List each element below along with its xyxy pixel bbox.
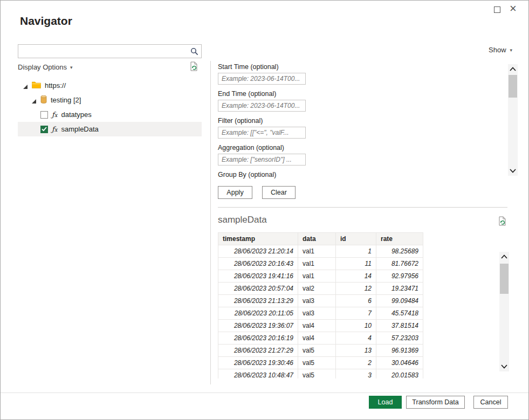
tree-item-sampledata[interactable]: ƒx sampleData bbox=[18, 122, 202, 136]
function-icon: ƒx bbox=[52, 111, 57, 119]
cell-timestamp: 28/06/2023 21:13:29 bbox=[218, 295, 298, 307]
cell-rate: 37.81514 bbox=[376, 320, 423, 332]
cell-id: 14 bbox=[336, 270, 376, 283]
refresh-preview-icon[interactable] bbox=[189, 61, 198, 73]
close-icon[interactable]: × bbox=[510, 3, 517, 15]
clear-button[interactable]: Clear bbox=[262, 186, 296, 199]
cell-id: 4 bbox=[336, 332, 376, 345]
cell-data: val5 bbox=[298, 345, 336, 357]
cell-rate: 98.25689 bbox=[376, 245, 423, 258]
function-icon: ƒx bbox=[52, 125, 57, 133]
tree-item-testing[interactable]: testing [2] bbox=[18, 93, 202, 107]
cell-rate: 81.76672 bbox=[376, 258, 423, 270]
transform-data-button[interactable]: Transform Data bbox=[406, 396, 465, 409]
cell-rate: 30.04646 bbox=[376, 357, 423, 369]
cell-data: val3 bbox=[298, 307, 336, 320]
scroll-up-icon[interactable] bbox=[499, 252, 509, 261]
cell-timestamp: 28/06/2023 21:27:29 bbox=[218, 345, 298, 357]
column-header-timestamp[interactable]: timestamp bbox=[218, 233, 298, 245]
cell-timestamp: 28/06/2023 19:36:07 bbox=[218, 320, 298, 332]
chevron-down-icon: ▾ bbox=[70, 65, 73, 70]
checkbox-datatypes[interactable] bbox=[40, 111, 48, 119]
cell-rate: 20.01583 bbox=[376, 369, 423, 379]
column-header-id[interactable]: id bbox=[336, 233, 376, 245]
cancel-button[interactable]: Cancel bbox=[473, 396, 508, 409]
display-options-dropdown[interactable]: Display Options ▾ bbox=[18, 63, 73, 71]
cell-data: val4 bbox=[298, 320, 336, 332]
cell-id: 13 bbox=[336, 345, 376, 357]
cell-id: 7 bbox=[336, 307, 376, 320]
checkbox-sampledata[interactable] bbox=[40, 126, 48, 133]
cell-timestamp: 28/06/2023 19:30:46 bbox=[218, 357, 298, 369]
scrollbar-thumb[interactable] bbox=[500, 264, 509, 294]
collapse-expander-icon[interactable] bbox=[23, 83, 28, 88]
cell-data: val1 bbox=[298, 245, 336, 258]
tree-item-datatypes[interactable]: ƒx datatypes bbox=[18, 107, 202, 122]
table-row: 28/06/2023 19:41:16val11492.97956 bbox=[218, 270, 423, 283]
cell-data: val5 bbox=[298, 369, 336, 379]
table-row: 28/06/2023 20:57:04val21219.23471 bbox=[218, 283, 423, 295]
start-time-input[interactable] bbox=[218, 73, 306, 85]
show-dropdown[interactable]: Show ▾ bbox=[489, 46, 512, 54]
search-icon[interactable] bbox=[187, 47, 201, 56]
cell-id: 1 bbox=[336, 245, 376, 258]
filter-label: Filter (optional) bbox=[218, 117, 326, 125]
preview-table-header-row: timestampdataidrate bbox=[218, 233, 423, 245]
refresh-preview-icon[interactable] bbox=[498, 216, 507, 228]
navigation-tree: https:// testing [2] ƒx datatypes ƒx bbox=[18, 78, 202, 136]
collapse-expander-icon[interactable] bbox=[32, 98, 37, 102]
column-header-data[interactable]: data bbox=[298, 233, 336, 245]
end-time-input[interactable] bbox=[218, 100, 306, 112]
cell-id: 2 bbox=[336, 357, 376, 369]
table-row: 28/06/2023 20:11:05val3745.57418 bbox=[218, 307, 423, 320]
table-row: 28/06/2023 10:48:47val5320.01583 bbox=[218, 369, 423, 379]
table-row: 28/06/2023 20:16:43val11181.76672 bbox=[218, 258, 423, 270]
cell-timestamp: 28/06/2023 21:20:14 bbox=[218, 245, 298, 258]
cell-rate: 19.23471 bbox=[376, 283, 423, 295]
database-icon bbox=[40, 95, 47, 105]
page-title: Navigator bbox=[20, 15, 72, 27]
cell-id: 6 bbox=[336, 295, 376, 307]
cell-id: 12 bbox=[336, 283, 376, 295]
form-scrollbar[interactable] bbox=[508, 64, 518, 176]
cell-rate: 96.91369 bbox=[376, 345, 423, 357]
panel-divider bbox=[210, 61, 211, 384]
search-box bbox=[18, 44, 202, 58]
load-button[interactable]: Load bbox=[369, 396, 402, 409]
tree-item-https[interactable]: https:// bbox=[18, 78, 202, 93]
cell-timestamp: 28/06/2023 20:57:04 bbox=[218, 283, 298, 295]
cell-id: 11 bbox=[336, 258, 376, 270]
column-header-rate[interactable]: rate bbox=[376, 233, 423, 245]
cell-id: 10 bbox=[336, 320, 376, 332]
end-time-label: End Time (optional) bbox=[218, 90, 326, 98]
chevron-down-icon: ▾ bbox=[510, 47, 513, 53]
table-row: 28/06/2023 21:27:29val51396.91369 bbox=[218, 345, 423, 357]
cell-data: val1 bbox=[298, 270, 336, 283]
cell-id: 3 bbox=[336, 369, 376, 379]
aggregation-input[interactable] bbox=[218, 154, 306, 166]
tree-item-label: testing [2] bbox=[51, 96, 81, 104]
show-label: Show bbox=[489, 46, 506, 54]
filter-input[interactable] bbox=[218, 127, 306, 139]
preview-scrollbar[interactable] bbox=[499, 252, 509, 371]
group-by-label: Group By (optional) bbox=[218, 171, 326, 178]
table-row: 28/06/2023 19:30:46val5230.04646 bbox=[218, 357, 423, 369]
scroll-down-icon[interactable] bbox=[499, 362, 509, 371]
footer-divider bbox=[1, 393, 529, 393]
start-time-label: Start Time (optional) bbox=[218, 63, 326, 71]
preview-title: sampleData bbox=[218, 215, 267, 225]
table-row: 28/06/2023 19:36:07val41037.81514 bbox=[218, 320, 423, 332]
apply-button[interactable]: Apply bbox=[218, 186, 252, 199]
scroll-down-icon[interactable] bbox=[508, 166, 518, 176]
folder-icon bbox=[32, 81, 41, 90]
search-input[interactable] bbox=[18, 45, 187, 58]
maximize-icon[interactable] bbox=[494, 6, 500, 13]
scrollbar-thumb[interactable] bbox=[509, 75, 517, 98]
display-options-label: Display Options bbox=[18, 63, 67, 71]
scroll-up-icon[interactable] bbox=[508, 64, 518, 74]
table-row: 28/06/2023 21:13:29val3699.09484 bbox=[218, 295, 423, 307]
section-divider bbox=[218, 207, 507, 208]
cell-rate: 45.57418 bbox=[376, 307, 423, 320]
cell-timestamp: 28/06/2023 20:16:19 bbox=[218, 332, 298, 345]
tree-item-label: https:// bbox=[45, 81, 66, 89]
